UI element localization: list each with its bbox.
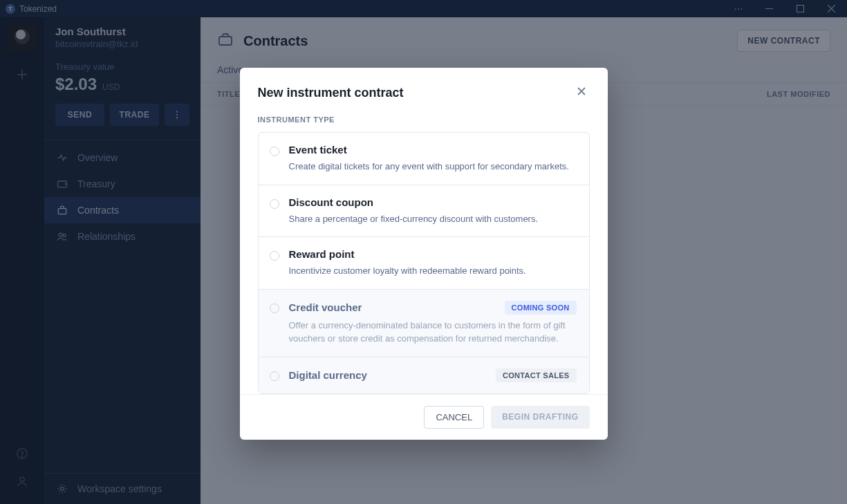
option-title: Credit voucher: [289, 301, 362, 313]
begin-drafting-button[interactable]: BEGIN DRAFTING: [491, 406, 589, 429]
option-desc: Create digital tickets for any event wit…: [289, 160, 577, 174]
option-reward-point[interactable]: Reward point Incentivize customer loyalt…: [259, 237, 589, 290]
cancel-button[interactable]: CANCEL: [424, 406, 484, 429]
radio-icon: [270, 371, 279, 381]
contact-sales-badge: CONTACT SALES: [496, 368, 577, 382]
radio-icon: [270, 251, 279, 261]
modal-overlay: New instrument contract INSTRUMENT TYPE …: [0, 0, 847, 504]
option-title: Discount coupon: [289, 196, 374, 208]
option-title: Digital currency: [289, 369, 367, 381]
close-icon[interactable]: [573, 83, 590, 103]
option-discount-coupon[interactable]: Discount coupon Share a percentage or fi…: [259, 185, 589, 238]
section-label: INSTRUMENT TYPE: [258, 115, 590, 124]
radio-icon: [270, 304, 279, 313]
option-desc: Share a percentage or fixed-currency dis…: [289, 212, 577, 226]
coming-soon-badge: COMING SOON: [505, 301, 577, 315]
instrument-type-options: Event ticket Create digital tickets for …: [258, 132, 590, 394]
radio-icon: [270, 147, 279, 156]
option-desc: Offer a currency-denominated balance to …: [289, 319, 577, 346]
option-event-ticket[interactable]: Event ticket Create digital tickets for …: [259, 133, 589, 185]
radio-icon: [270, 199, 279, 209]
option-title: Event ticket: [289, 144, 347, 156]
option-desc: Incentivize customer loyalty with redeem…: [289, 264, 577, 278]
modal-title: New instrument contract: [258, 86, 404, 100]
option-credit-voucher: Credit voucher COMING SOON Offer a curre…: [259, 290, 589, 357]
option-title: Reward point: [289, 248, 355, 260]
new-instrument-modal: New instrument contract INSTRUMENT TYPE …: [240, 68, 608, 440]
option-digital-currency: Digital currency CONTACT SALES: [259, 357, 589, 393]
